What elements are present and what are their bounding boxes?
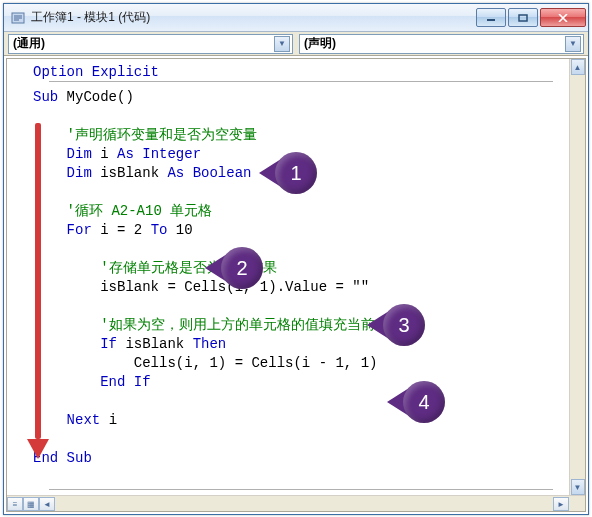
view-procedure-button[interactable]: ≡	[7, 497, 23, 511]
callout-3: 3	[367, 304, 425, 346]
chevron-down-icon[interactable]: ▼	[274, 36, 290, 52]
callout-1: 1	[259, 152, 317, 194]
chevron-down-icon[interactable]: ▼	[565, 36, 581, 52]
scroll-right-button[interactable]: ►	[553, 497, 569, 511]
code-window: 工作簿1 - 模块1 (代码) (通用) ▼ (声明) ▼ Option Exp…	[3, 3, 589, 515]
horizontal-scrollbar[interactable]: ≡ ▦ ◄ ►	[7, 495, 585, 511]
window-controls	[476, 8, 586, 27]
callout-2: 2	[205, 247, 263, 289]
procedure-dropdown[interactable]: (声明) ▼	[299, 34, 584, 54]
scroll-down-button[interactable]: ▼	[571, 479, 585, 495]
flow-arrow-icon	[33, 123, 43, 459]
view-full-button[interactable]: ▦	[23, 497, 39, 511]
section-divider	[49, 81, 553, 82]
code-text: Option Explicit	[33, 63, 569, 82]
svg-rect-2	[519, 15, 527, 21]
maximize-button[interactable]	[508, 8, 538, 27]
section-divider	[49, 489, 553, 490]
app-icon	[10, 10, 26, 26]
vertical-scrollbar[interactable]: ▲ ▼	[569, 59, 585, 495]
scroll-up-button[interactable]: ▲	[571, 59, 585, 75]
callout-4: 4	[387, 381, 445, 423]
code-text: Sub MyCode() '声明循环变量和是否为空变量 Dim i As Int…	[33, 88, 569, 468]
code-editor[interactable]: Option Explicit Sub MyCode() '声明循环变量和是否为…	[6, 58, 586, 512]
object-dropdown-value: (通用)	[13, 35, 274, 52]
svg-rect-1	[487, 19, 495, 21]
object-dropdown[interactable]: (通用) ▼	[8, 34, 293, 54]
window-title: 工作簿1 - 模块1 (代码)	[31, 9, 476, 26]
close-button[interactable]	[540, 8, 586, 27]
titlebar[interactable]: 工作簿1 - 模块1 (代码)	[4, 4, 588, 32]
scroll-left-button[interactable]: ◄	[39, 497, 55, 511]
dropdown-bar: (通用) ▼ (声明) ▼	[4, 32, 588, 56]
minimize-button[interactable]	[476, 8, 506, 27]
code-content: Option Explicit Sub MyCode() '声明循环变量和是否为…	[31, 59, 569, 495]
procedure-dropdown-value: (声明)	[304, 35, 565, 52]
